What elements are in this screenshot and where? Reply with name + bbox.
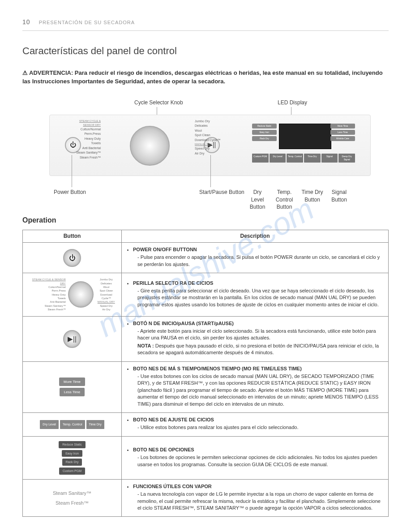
knob-icon <box>68 281 94 308</box>
col-button: Button <box>23 230 122 243</box>
play-pause-icon: ▶|| <box>63 330 81 348</box>
table-row: Dry Level Temp. Control Time Dry BOTO NE… <box>23 412 389 436</box>
led-right-buttons: More Time Less Time Wrinkle Care <box>330 124 355 142</box>
led-screen <box>279 124 331 149</box>
opt-custom-pgm: Custom PGM <box>59 468 85 475</box>
page-title: Características del panel de control <box>22 44 389 58</box>
warning-label: ADVERTENCIA: <box>29 69 73 76</box>
label-cycle-knob: Cycle Selector Knob <box>134 99 183 107</box>
warning-icon <box>22 69 29 76</box>
label-time-dry: Time Dry Button <box>300 189 325 204</box>
less-time-btn: Less Time <box>60 388 85 396</box>
label-temp-control: Temp. Control Button <box>273 189 295 211</box>
opt-rack-dry: Rack Dry <box>62 459 82 466</box>
more-time-btn: More Time <box>59 378 85 386</box>
page-header: 10 PRESENTACIÓN DE SU SECADORA <box>22 18 389 31</box>
warning-text: Para reducir el riesgo de incendios, des… <box>22 69 383 84</box>
led-section: Reduce Static Easy Iron Rack Dry More Ti… <box>250 121 357 166</box>
table-row: Steam Sanitary™ Steam Fresh™ FUNCIONES Ú… <box>23 479 389 517</box>
cycle-labels-right: Jumbo Dry Delicates Wool Spot Clean Down… <box>195 119 226 156</box>
opt-reduce-static: Reduce Static <box>59 441 86 448</box>
operation-table: Button Description ⏻ POWER ON/OFF BUTTON… <box>22 230 389 517</box>
knob-section: STEAM CYCLE & SENSOR DRY Cotton/Normal P… <box>98 119 201 173</box>
label-start-pause: Start/Pause Button <box>199 189 244 196</box>
table-row: STEAM CYCLE & SENSOR DRY Cotton/NormalPe… <box>23 273 389 317</box>
power-icon: ⏻ <box>63 249 81 267</box>
mini-cycles-right: Jumbo DryDelicatesWoolSpot CleanDownload… <box>96 278 117 312</box>
operation-heading: Operation <box>22 215 389 225</box>
led-bottom-buttons: Custom PGM Dry Level Temp. Control Time … <box>252 154 355 163</box>
label-dry-level: Dry Level Button <box>246 189 269 211</box>
mini-cycles-left: STEAM CYCLE & SENSOR DRY Cotton/NormalPe… <box>27 278 66 312</box>
opt-easy-iron: Easy Iron <box>62 450 82 457</box>
label-power-button: Power Button <box>54 189 86 196</box>
table-row: ⏻ POWER ON/OFF BUTTONN- Pulse para encen… <box>23 242 389 273</box>
time-dry-btn: Time Dry <box>86 420 104 429</box>
control-panel-diagram: Cycle Selector Knob LED Display ⏻ ▶|| ST… <box>22 99 389 202</box>
table-row: Reduce Static Easy Iron Rack Dry Custom … <box>23 436 389 479</box>
steam-labels: Steam Sanitary™ Steam Fresh™ <box>27 488 117 508</box>
temp-control-btn: Temp. Control <box>60 420 85 429</box>
dry-level-btn: Dry Level <box>40 420 59 429</box>
cycle-labels-left: STEAM CYCLE & SENSOR DRY Cotton/Normal P… <box>67 119 101 160</box>
led-left-buttons: Reduce Static Easy Iron Rack Dry <box>252 124 277 142</box>
label-signal: Signal Button <box>329 189 349 204</box>
page-number: 10 <box>22 18 30 27</box>
warning-block: ADVERTENCIA: Para reducir el riesgo de i… <box>22 69 389 85</box>
col-description: Description <box>122 230 389 243</box>
label-led-display: LED Display <box>278 99 307 107</box>
section-name: PRESENTACIÓN DE SU SECADORA <box>39 20 135 25</box>
table-row: More Time Less Time BOTO NES DE MÁ S TIE… <box>23 361 389 412</box>
table-row: ▶|| BOTÓ N DE INICIO/pAUSA (START/pAUSE)… <box>23 316 389 361</box>
cycle-knob <box>130 126 170 166</box>
